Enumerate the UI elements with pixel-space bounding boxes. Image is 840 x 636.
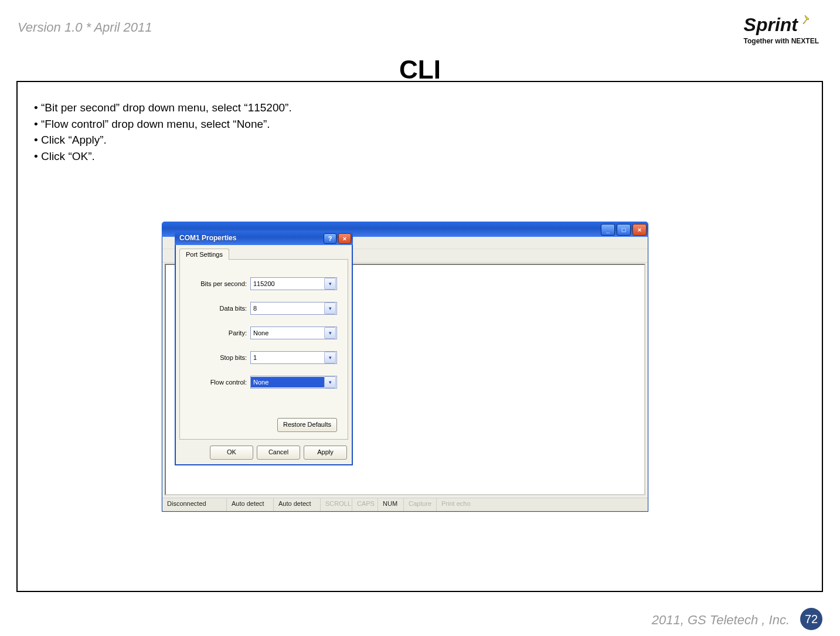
stop-bits-value: 1 <box>251 352 324 363</box>
restore-defaults-button[interactable]: Restore Defaults <box>277 418 337 432</box>
version-text: Version 1.0 * April 2011 <box>18 20 152 35</box>
page-title: CLI <box>0 55 840 84</box>
port-settings-panel: Bits per second: 115200 ▾ Data bits: 8 ▾ <box>179 259 348 440</box>
data-bits-label: Data bits: <box>191 305 250 312</box>
cancel-button[interactable]: Cancel <box>257 445 300 460</box>
status-caps: CAPS <box>352 498 378 511</box>
status-emulation-1: Auto detect <box>227 498 274 511</box>
data-bits-value: 8 <box>251 303 324 314</box>
chevron-down-icon[interactable]: ▾ <box>324 278 336 290</box>
bullet-text: “Bit per second” drop down menu, select … <box>41 101 292 114</box>
bullet-text: Click “Apply”. <box>41 134 107 146</box>
bits-per-second-value: 115200 <box>251 278 324 289</box>
bullet-item: • Click “OK”. <box>34 148 292 165</box>
status-scroll: SCROLL <box>321 498 352 511</box>
bits-per-second-label: Bits per second: <box>191 280 250 287</box>
chevron-down-icon[interactable]: ▾ <box>324 327 336 339</box>
stop-bits-label: Stop bits: <box>191 354 250 361</box>
parity-combo[interactable]: None ▾ <box>250 326 337 339</box>
status-connection: Disconnected <box>162 498 227 511</box>
bullet-item: • “Bit per second” drop down menu, selec… <box>34 100 292 116</box>
flow-control-label: Flow control: <box>191 379 250 386</box>
footer-copyright: 2011, GS Teletech , Inc. <box>652 613 790 628</box>
pin-icon <box>801 14 813 26</box>
chevron-down-icon[interactable]: ▾ <box>324 352 336 363</box>
apply-button[interactable]: Apply <box>304 445 347 460</box>
page-number-badge: 72 <box>800 608 822 630</box>
chevron-down-icon[interactable]: ▾ <box>324 302 336 314</box>
logo-tagline: Together with NEXTEL <box>744 37 819 45</box>
instruction-bullets: • “Bit per second” drop down menu, selec… <box>34 100 292 164</box>
bullet-item: • Click “Apply”. <box>34 132 292 148</box>
flow-control-combo[interactable]: None ▾ <box>250 376 337 389</box>
status-printecho: Print echo <box>437 498 648 511</box>
tab-port-settings[interactable]: Port Settings <box>179 249 229 260</box>
help-button[interactable]: ? <box>324 233 336 244</box>
close-button[interactable]: × <box>632 224 647 236</box>
dialog-title: COM1 Properties <box>175 234 236 242</box>
logo-text: Sprint <box>744 14 798 36</box>
content-frame: • “Bit per second” drop down menu, selec… <box>16 81 823 592</box>
status-capture: Capture <box>404 498 437 511</box>
parity-label: Parity: <box>191 329 250 336</box>
sprint-logo: Sprint Together with NEXTEL <box>744 14 819 45</box>
chevron-down-icon[interactable]: ▾ <box>324 376 336 388</box>
dialog-close-button[interactable]: × <box>338 233 351 244</box>
flow-control-value: None <box>251 377 324 387</box>
bullet-text: “Flow control” drop down menu, select “N… <box>41 118 270 130</box>
stop-bits-combo[interactable]: 1 ▾ <box>250 351 337 364</box>
com1-properties-dialog: COM1 Properties ? × Port Settings Bits p… <box>175 231 353 465</box>
data-bits-combo[interactable]: 8 ▾ <box>250 302 337 315</box>
dialog-titlebar[interactable]: COM1 Properties ? × <box>175 231 353 245</box>
maximize-button[interactable]: □ <box>617 224 631 236</box>
status-num: NUM <box>378 498 404 511</box>
bullet-text: Click “OK”. <box>41 150 95 162</box>
minimize-button[interactable]: _ <box>601 224 615 236</box>
parity-value: None <box>251 328 324 338</box>
status-emulation-2: Auto detect <box>274 498 321 511</box>
bits-per-second-combo[interactable]: 115200 ▾ <box>250 277 337 290</box>
ok-button[interactable]: OK <box>210 445 253 460</box>
bullet-item: • “Flow control” drop down menu, select … <box>34 116 292 132</box>
hyperterminal-statusbar: Disconnected Auto detect Auto detect SCR… <box>162 498 648 511</box>
